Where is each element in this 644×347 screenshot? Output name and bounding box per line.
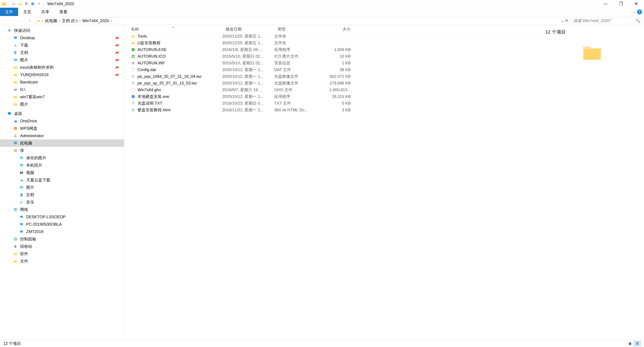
maximize-button[interactable]: ❐ <box>613 0 628 8</box>
tree-item-label: OneDrive <box>20 119 37 123</box>
tree-item[interactable]: 回收站 <box>0 243 124 250</box>
file-row[interactable]: Win7x64.gho2019/9/7, 星期六 19:...GHO 文件2,9… <box>124 86 540 93</box>
file-name-label: AUTORUN.ICO <box>138 54 166 59</box>
tree-item[interactable]: OneDrive <box>0 117 124 125</box>
file-row[interactable]: AUTORUN.EXE2016/1/8, 星期五 04:...应用程序1,926… <box>124 46 540 53</box>
file-row[interactable]: Tools2020/12/25, 星期五 1...文件夹 <box>124 33 540 39</box>
ribbon-expand-icon[interactable]: ⌄ <box>632 10 636 14</box>
tree-item[interactable]: Bandicam <box>0 78 124 86</box>
ribbon-tab-share[interactable]: 共享 <box>36 8 54 16</box>
pic-icon <box>19 185 24 190</box>
chevron-down-icon[interactable]: ⌄ <box>8 208 12 211</box>
back-button[interactable]: ← <box>2 17 10 24</box>
column-type[interactable]: 类型 <box>274 25 320 33</box>
search-box[interactable]: 🔍 <box>572 17 642 24</box>
tree-item[interactable]: 视频 <box>0 169 124 176</box>
ribbon-tab-file[interactable]: 文件 <box>0 8 18 16</box>
address-bar[interactable]: › 此电脑 › 文档 (E:) › Win7x64_2020 › ⌄ ⟳ <box>36 17 570 24</box>
minimize-button[interactable]: — <box>598 0 613 8</box>
tree-item[interactable]: 本机照片 <box>0 162 124 169</box>
close-button[interactable]: ✕ <box>628 0 644 8</box>
qat-dropdown-icon[interactable]: ▾ <box>36 1 42 6</box>
chevron-down-icon[interactable]: ⌄ <box>2 29 5 32</box>
file-row[interactable]: pe_yqs_1064_20_07_31_16_04.iso2020/10/12… <box>124 73 540 80</box>
column-name[interactable]: ▴ 名称 <box>124 25 222 33</box>
file-row[interactable]: 本地硬盘安装.exe2020/10/12, 星期一 1...应用程序28,315… <box>124 93 540 100</box>
tree-item[interactable]: 下载📌 <box>0 41 124 49</box>
column-date[interactable]: 修改日期 <box>222 25 274 33</box>
crumb-drive[interactable]: 文档 (E:) <box>60 18 79 23</box>
crumb-sep[interactable]: › <box>42 18 44 23</box>
tree-item[interactable]: 保存的图片 <box>0 154 124 162</box>
tree-item-label: 网络 <box>20 207 28 212</box>
tree-item[interactable]: 此电脑 <box>0 139 124 147</box>
search-input[interactable] <box>574 18 636 23</box>
tree-item[interactable]: ZMT2019 <box>0 228 124 235</box>
file-row[interactable]: 硬盘安装教程.html2016/11/21, 星期一 2...360 se HT… <box>124 107 540 113</box>
tree-item[interactable]: DESKTOP-LSSOEDP <box>0 213 124 221</box>
tree-item[interactable]: win7重装win7 <box>0 93 124 101</box>
recent-dropdown[interactable]: ⌄ <box>18 17 26 24</box>
tree-item[interactable]: WWPS网盘 <box>0 125 124 132</box>
file-name-label: 光盘说明.TXT <box>138 101 162 106</box>
tree-item[interactable]: 音乐 <box>0 198 124 206</box>
tree-item-label: 图片 <box>20 102 28 107</box>
chevron-down-icon[interactable]: ⌄ <box>8 149 12 152</box>
file-row[interactable]: pe_yqs_xp_20_07_31_15_53.iso2020/10/12, … <box>124 80 540 86</box>
qat-app-icon[interactable] <box>30 1 36 6</box>
qat-folder-icon[interactable] <box>17 1 23 6</box>
tree-item[interactable]: Administrator <box>0 132 124 139</box>
crumb-folder[interactable]: Win7x64_2020 <box>81 18 110 23</box>
ribbon-tab-home[interactable]: 主页 <box>18 8 36 16</box>
refresh-icon[interactable]: ⟳ <box>565 18 568 23</box>
file-name-label: Tools <box>138 34 147 38</box>
tree-item[interactable]: 图片 <box>0 101 124 108</box>
address-dropdown-icon[interactable]: ⌄ <box>561 18 564 23</box>
file-row[interactable]: 光盘说明.TXT2016/10/23, 星期日 0...TXT 文件5 KB <box>124 100 540 107</box>
tree-item[interactable]: excel表格制作求和📌 <box>0 64 124 71</box>
onedrive-icon <box>13 118 18 124</box>
tree-item[interactable]: ⌄库 <box>0 147 124 154</box>
crumb-pc[interactable]: 此电脑 <box>44 18 58 23</box>
up-button[interactable]: ↑ <box>26 17 34 24</box>
search-icon[interactable]: 🔍 <box>636 18 640 23</box>
qat-check-icon[interactable] <box>11 1 16 6</box>
tree-item[interactable]: Desktop📌 <box>0 34 124 41</box>
tree-item[interactable]: ⌄网络 <box>0 206 124 213</box>
tree-item[interactable]: 软件 <box>0 250 124 258</box>
tree-item[interactable]: G:\ <box>0 86 124 93</box>
tree-item[interactable]: 控制面板 <box>0 235 124 243</box>
view-details-button[interactable]: ☰ <box>634 341 641 346</box>
tree-item[interactable]: ⌄快速访问 <box>0 27 124 34</box>
file-row[interactable]: U盘安装教程2020/12/25, 星期五 1...文件夹 <box>124 39 540 46</box>
file-row[interactable]: AUTORUN.INF2015/5/10, 星期日 02...安装信息1 KB <box>124 60 540 66</box>
ico-icon <box>131 54 136 59</box>
tree-item-label: 音乐 <box>26 200 34 205</box>
cell-name: AUTORUN.EXE <box>124 47 222 52</box>
ribbon-tab-view[interactable]: 查看 <box>54 8 72 16</box>
view-thumbnails-button[interactable]: ▦ <box>626 341 633 346</box>
help-icon[interactable]: ? <box>637 9 642 14</box>
crumb-sep[interactable]: › <box>110 18 112 23</box>
navigation-tree[interactable]: ⌄快速访问Desktop📌下载📌文档📌图片📌excel表格制作求和📌YUNQIS… <box>0 25 124 340</box>
crumb-sep[interactable]: › <box>58 18 60 23</box>
column-size[interactable]: 大小 <box>320 25 354 33</box>
tree-item-label: 文件 <box>20 259 28 264</box>
library-icon <box>13 148 18 153</box>
tree-item[interactable]: 图片 <box>0 184 124 191</box>
tree-item[interactable]: 文档📌 <box>0 49 124 56</box>
tree-item[interactable]: 图片📌 <box>0 56 124 64</box>
tree-item[interactable]: 天翼云盘下载 <box>0 176 124 184</box>
qat-close-icon[interactable]: ✕ <box>24 1 29 6</box>
file-row[interactable]: Config.dat2020/10/12, 星期一 1...DAT 文件36 K… <box>124 66 540 73</box>
tree-item[interactable]: PC-20190530OBLA <box>0 221 124 228</box>
svg-rect-1 <box>14 36 17 38</box>
chevron-down-icon[interactable]: ⌄ <box>2 112 5 115</box>
crumb-sep[interactable]: › <box>79 18 81 23</box>
tree-item[interactable]: YUNQISHI2019📌 <box>0 71 124 78</box>
forward-button[interactable]: → <box>10 17 18 24</box>
file-row[interactable]: AUTORUN.ICO2015/5/10, 星期日 02...ICO 图片文件1… <box>124 53 540 60</box>
tree-item[interactable]: ⌄桌面 <box>0 110 124 117</box>
tree-item[interactable]: 文档 <box>0 191 124 198</box>
tree-item[interactable]: 文件 <box>0 258 124 265</box>
